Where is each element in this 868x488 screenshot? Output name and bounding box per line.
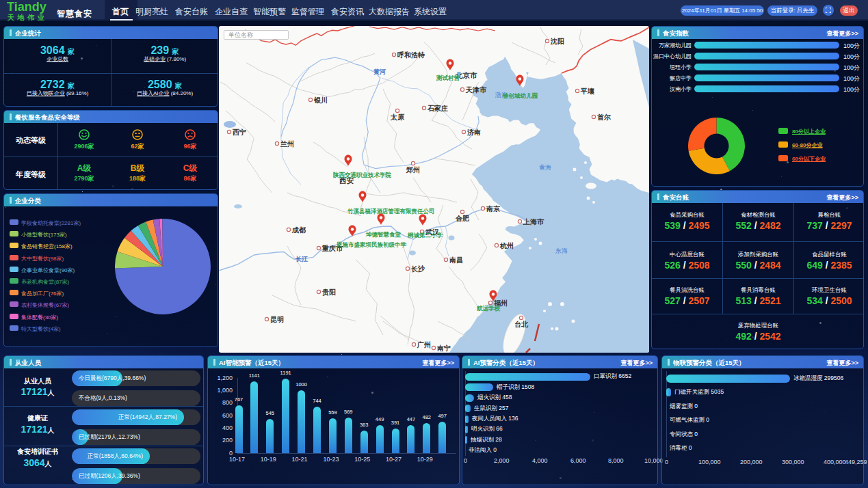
svg-text:济南: 济南 <box>466 128 481 136</box>
svg-text:测试村营: 测试村营 <box>436 74 460 81</box>
svg-text:黄海: 黄海 <box>539 164 551 171</box>
svg-text:陕西交通职业技术学院: 陕西交通职业技术学院 <box>333 172 392 178</box>
svg-text:东海: 东海 <box>555 247 568 254</box>
svg-text:太原: 太原 <box>390 113 405 121</box>
svg-text:长江: 长江 <box>295 256 308 262</box>
svg-text:航运学校: 航运学校 <box>476 305 501 312</box>
svg-text:合肥: 合肥 <box>455 215 469 222</box>
svg-text:首尔: 首尔 <box>597 113 611 121</box>
svg-text:贵阳: 贵阳 <box>321 288 336 296</box>
svg-text:呼和浩特: 呼和浩特 <box>397 51 425 59</box>
svg-text:南宁: 南宁 <box>437 344 451 352</box>
svg-text:坤德智慧食堂: 坤德智慧食堂 <box>365 231 402 238</box>
svg-text:雏创城幼儿园: 雏创城幼儿园 <box>502 92 538 99</box>
svg-text:石家庄: 石家庄 <box>427 105 448 112</box>
svg-text:银川: 银川 <box>313 96 328 104</box>
svg-text:南京: 南京 <box>486 205 501 213</box>
svg-text:上海市: 上海市 <box>523 218 544 226</box>
svg-text:竹溪县福泽酒店管理有限责任公司: 竹溪县福泽酒店管理有限责任公司 <box>347 208 435 215</box>
svg-text:长沙: 长沙 <box>410 265 425 273</box>
svg-text:成都: 成都 <box>291 226 306 234</box>
svg-text:兰州: 兰州 <box>280 140 294 148</box>
svg-text:沈阳: 沈阳 <box>550 38 564 45</box>
svg-text:昆明: 昆明 <box>270 316 284 323</box>
svg-text:黄河: 黄河 <box>373 68 386 75</box>
svg-text:桐城第二小学: 桐城第二小学 <box>407 232 443 239</box>
svg-text:西宁: 西宁 <box>232 128 246 136</box>
svg-text:杭州: 杭州 <box>499 242 514 249</box>
svg-text:台北: 台北 <box>514 321 529 328</box>
svg-text:恩施市盛家坝民族初级中学: 恩施市盛家坝民族初级中学 <box>336 241 407 248</box>
svg-text:广州: 广州 <box>417 341 431 349</box>
svg-text:郑州: 郑州 <box>406 166 420 174</box>
svg-text:南昌: 南昌 <box>449 256 463 264</box>
svg-text:天津市: 天津市 <box>465 86 487 94</box>
svg-text:平壤: 平壤 <box>580 87 595 95</box>
